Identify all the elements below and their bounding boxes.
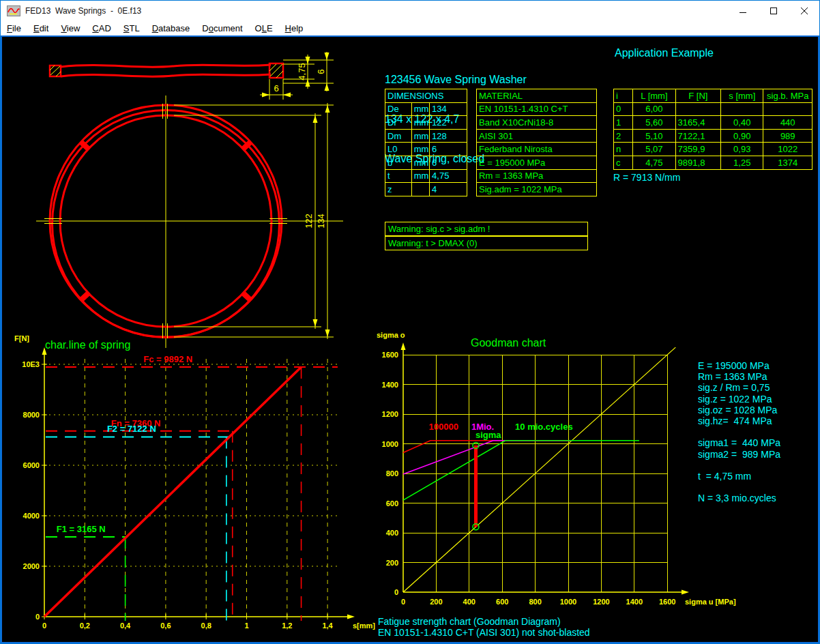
application-column-header: i [614,89,633,103]
dimension-cell: mm [411,169,429,183]
y-tick-label: 4000 [23,512,40,520]
minimize-icon [739,7,747,15]
chart-title: Goodman chart [471,337,546,349]
application-cell: 2 [614,129,633,143]
titlebar[interactable]: FED13 Wave Springs - 0E.f13 [1,1,819,21]
dimension-cell: 4 [430,183,467,196]
material-cell: Rm = 1363 MPa [477,169,597,183]
menu-item-help[interactable]: Help [279,22,310,35]
x-tick-label: 1000 [560,598,576,606]
force-annotation: F2 = 7122 N [107,424,156,434]
application-cell [675,102,720,116]
menu-item-edit[interactable]: Edit [27,22,55,35]
application-title: Application Example [615,46,714,59]
menu-item-database[interactable]: Database [146,22,196,35]
application-cell: 7122,1 [675,129,720,143]
menu-item-document[interactable]: Document [196,22,248,35]
force-annotation: F1 = 3165 N [57,524,106,534]
application-row: 25,107122,10,90989 [614,129,812,143]
side-view-top-edge [61,65,271,67]
menubar: FileEditViewCADSTLDatabaseDocumentOLEHel… [1,21,819,35]
minimize-button[interactable] [727,1,758,21]
application-cell: 1022 [763,143,812,156]
dimension-cell: Di [385,116,412,130]
hatch-line [270,64,282,76]
force-annotation: Fc = 9892 N [143,354,192,364]
material-cell: Federband Nirosta [477,143,597,156]
material-row: Band X10CrNi18-8 [477,116,597,130]
x-tick-label: 400 [463,598,475,606]
cycles-label: 10 mio.cycles [515,422,573,432]
application-cell: 0,93 [721,143,763,156]
material-row: E = 195000 MPa [477,156,597,169]
spring-characteristic-line [44,367,302,617]
x-tick-label: 0,4 [120,621,131,630]
application-header-row: iL [mm]F [N]s [mm]sig.b. MPa [614,89,812,103]
side-view-bottom-edge [61,74,271,76]
dimension-cell: mm [411,102,429,116]
warning-message: Warning: sig.c > sig.adm ! [385,222,588,236]
application-column-header: F [N] [675,89,720,103]
series-diagonal [403,347,675,592]
material-row: AISI 301 [477,129,597,143]
y-tick-label: 400 [386,529,398,537]
y-tick-label: 1000 [382,440,398,448]
x-tick-label: 1600 [659,598,675,606]
menu-item-stl[interactable]: STL [117,22,146,35]
app-icon [7,5,20,16]
menu-item-view[interactable]: View [55,22,86,35]
material-header: MATERIAL [477,89,597,103]
application-cell: 0,90 [721,129,763,143]
dimension-cell: 6 [430,156,467,169]
y-tick-label: 0 [394,588,398,596]
footnote-line1: Fatigue strength chart (Goodman Diagram) [378,616,590,627]
cycles-label: sigma [475,430,501,440]
menu-item-ole[interactable]: OLE [249,22,279,35]
application-column-header: L [mm] [633,89,675,103]
material-row: Rm = 1363 MPa [477,169,597,183]
dimension-arrow [325,330,330,337]
dimension-arrow [347,615,355,619]
x-tick-label: 0,8 [201,621,211,630]
application-cell [763,102,812,116]
material-cell: Band X10CrNi18-8 [477,116,597,130]
dimension-cell: 122 [430,116,467,130]
material-cell: EN 10151-1.4310 C+T [477,102,597,116]
application-cell: 5,10 [633,129,675,143]
material-row: Federband Nirosta [477,143,597,156]
dimension-cell: mm [411,116,429,130]
outer-diameter-label: 134 [316,214,326,229]
dimension-cell: L0 [385,143,412,156]
y-tick-label: 800 [386,469,398,478]
application-cell: 440 [763,116,812,130]
x-tick-label: 1200 [593,598,609,606]
y-tick-label: 1600 [382,351,398,359]
results-panel: E = 195000 MPa Rm = 1363 MPa sig.z / Rm … [698,360,780,504]
application-row: n5,077359,90,931022 [614,143,812,156]
menu-item-cad[interactable]: CAD [86,22,117,35]
application-cell: 4,75 [633,156,675,169]
x-tick-label: 1,4 [322,621,333,630]
x-tick-label: 0,6 [160,621,171,630]
warning-message: Warning: t > DMAX (0) [385,236,588,250]
maximize-button[interactable] [758,1,789,21]
application-row: 15,603165,40,40440 [614,116,812,130]
dimensions-table: DIMENSIONSDemm134Dimm122Dmmm128L0mm6bmm6… [385,89,467,196]
x-tick-label: 200 [430,598,442,606]
section-width-label: 6 [274,83,278,93]
x-tick-label: 1400 [626,598,643,606]
close-button[interactable] [789,1,819,21]
dimension-row: L0mm6 [385,143,467,156]
y-tick-label: 6000 [23,461,40,469]
footnote-line2: EN 10151-1.4310 C+T (AISI 301) not shot-… [378,627,590,638]
thickness-label: 4,75 [297,63,307,80]
application-cell [721,102,763,116]
dimension-cell [411,183,429,196]
material-row: EN 10151-1.4310 C+T [477,102,597,116]
x-tick-label: 0 [42,621,46,630]
y-tick-label: 10E3 [22,360,40,368]
menu-item-file[interactable]: File [1,22,27,35]
dimension-cell: 6 [430,143,467,156]
dimension-arrow [262,93,269,98]
x-axis-title: sigma u [MPa] [685,598,736,606]
